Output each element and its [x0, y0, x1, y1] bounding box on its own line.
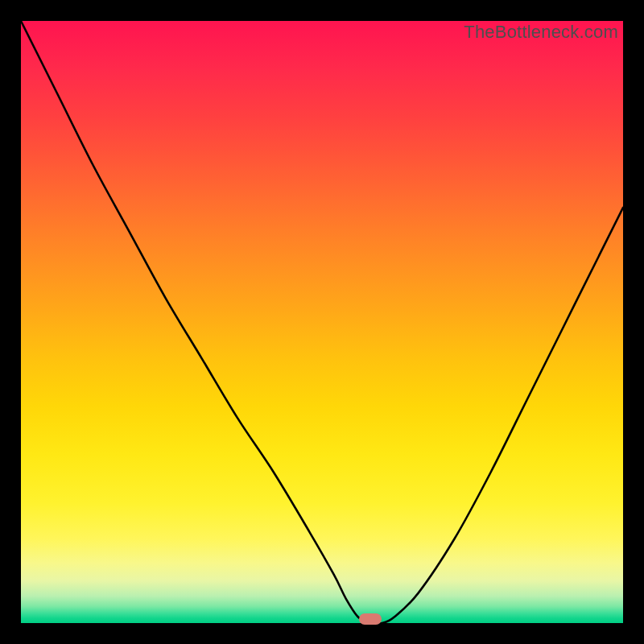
plot-area: TheBottleneck.com: [21, 21, 623, 623]
bottleneck-curve: [21, 21, 623, 623]
chart-frame: TheBottleneck.com: [0, 0, 644, 644]
minimum-marker: [359, 613, 382, 625]
